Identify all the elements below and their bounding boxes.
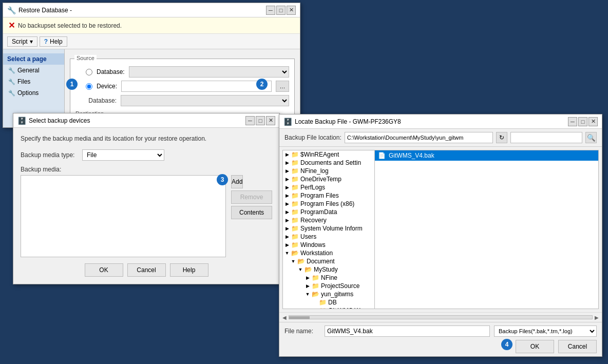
lbf-minimize[interactable]: ─ [568, 117, 577, 126]
bd-close[interactable]: ✕ [266, 116, 275, 125]
lbf-search-button[interactable]: 🔍 [585, 132, 597, 143]
tree-item-yungitwms[interactable]: ▼ 📂 yun_gitwms [283, 290, 374, 298]
lbf-file-pane[interactable]: 📄 GitWMS_V4.bak [375, 150, 599, 309]
folder-icon: 📁 [319, 307, 327, 309]
tree-label: Windows [300, 241, 326, 248]
lbf-title-bar: 🗄️ Locate Backup File - GWM-PF236GY8 ─ □… [279, 114, 602, 129]
tree-item-mystudy[interactable]: ▼ 📂 MyStudy [283, 265, 374, 274]
lbf-refresh-button[interactable]: ↻ [496, 132, 507, 143]
tree-item[interactable]: ▶ 📁 System Volume Inform [283, 224, 374, 233]
contents-button[interactable]: Contents [231, 206, 272, 219]
bd-ok-button[interactable]: OK [85, 263, 123, 277]
tree-toggle: ▶ [284, 184, 290, 190]
bd-footer: OK Cancel Help [21, 263, 272, 277]
tree-item-gitwmsw[interactable]: ▶ 📁 Git.WMS.W [283, 306, 374, 309]
database-radio[interactable] [86, 69, 92, 75]
tree-item-db[interactable]: ▶ 📁 DB [283, 298, 374, 306]
database-select[interactable] [129, 66, 289, 78]
folder-icon: 📁 [312, 274, 319, 281]
bd-help-button[interactable]: Help [170, 263, 208, 277]
tree-toggle: ▶ [284, 225, 290, 232]
bd-cancel-button[interactable]: Cancel [127, 263, 166, 277]
maximize-button[interactable]: □ [276, 6, 286, 15]
tree-item[interactable]: ▶ 📁 ProgramData [283, 208, 374, 216]
tree-item[interactable]: ▶ 📁 Windows [283, 241, 374, 249]
device-radio-label[interactable]: Device: [97, 83, 117, 90]
dest-select[interactable] [121, 95, 289, 106]
tree-item[interactable]: ▶ 📁 OneDriveTemp [283, 175, 374, 183]
scroll-thumb[interactable] [289, 316, 310, 319]
sidebar-item-options[interactable]: 🔧 Options [3, 87, 64, 99]
tree-toggle: ▶ [284, 209, 290, 215]
browse-button[interactable]: … [276, 81, 289, 92]
lbf-filename-label: File name: [284, 328, 320, 335]
tree-item-nfine[interactable]: ▶ 📁 NFine [283, 274, 374, 282]
error-icon: ✕ [8, 21, 15, 30]
device-input[interactable] [121, 81, 272, 92]
lbf-tree[interactable]: ▶ 📁 $WinREAgent ▶ 📁 Documents and Settin… [282, 150, 375, 309]
tree-item[interactable]: ▶ 📁 Recovery [283, 216, 374, 224]
lbf-scroll-area: ◀ ▶ [279, 312, 602, 322]
tree-label: MyStudy [314, 266, 338, 273]
close-button[interactable]: ✕ [287, 6, 296, 15]
bd-minimize[interactable]: ─ [245, 116, 255, 125]
scroll-left-arrow[interactable]: ◀ [282, 315, 287, 320]
tree-item[interactable]: ▶ 📁 Documents and Settin [283, 159, 374, 167]
tree-item-workstation[interactable]: ▼ 📂 Workstation [283, 249, 374, 257]
add-button[interactable]: Add [231, 175, 243, 188]
options-label: Options [17, 89, 39, 97]
tree-item-document[interactable]: ▼ 📂 Document [283, 257, 374, 265]
help-label: Help [50, 38, 63, 45]
lbf-footer: File name: Backup Files(*.bak,*.trn,*.lo… [279, 322, 602, 356]
minimize-button[interactable]: ─ [266, 6, 275, 15]
tree-toggle: ▶ [312, 308, 318, 309]
bd-title-bar: 🗄️ Select backup devices ─ □ ✕ [13, 113, 279, 128]
tree-item[interactable]: ▶ 📁 PerfLogs [283, 183, 374, 191]
database-source-row: Database: [75, 66, 289, 78]
remove-button[interactable]: Remove [231, 190, 272, 204]
lbf-controls: ─ □ ✕ [568, 117, 598, 126]
device-radio[interactable] [86, 83, 92, 90]
badge-3: 3 [217, 174, 228, 185]
tree-item[interactable]: ▶ 📁 Program Files [283, 191, 374, 200]
media-type-select[interactable]: File [82, 149, 164, 161]
sidebar-item-general[interactable]: 🔧 General [3, 65, 64, 76]
tree-item[interactable]: ▶ 📁 NFine_log [283, 167, 374, 175]
lbf-cancel-button[interactable]: Cancel [558, 340, 597, 353]
horizontal-scrollbar[interactable]: ◀ ▶ [282, 314, 599, 321]
bd-maximize[interactable]: □ [256, 116, 265, 125]
media-type-label: Backup media type: [21, 151, 77, 159]
folder-icon: 📁 [291, 192, 299, 199]
files-label: Files [17, 78, 30, 85]
tree-item[interactable]: ▶ 📁 Program Files (x86) [283, 200, 374, 208]
lbf-maximize[interactable]: □ [578, 117, 587, 126]
folder-icon: 📁 [312, 282, 319, 290]
tree-label: System Volume Inform [300, 225, 363, 232]
bd-title: Select backup devices [29, 117, 90, 124]
lbf-location-input[interactable] [345, 132, 493, 143]
locate-backup-window: 🗄️ Locate Backup File - GWM-PF236GY8 ─ □… [279, 114, 602, 357]
tree-item-projectsource[interactable]: ▶ 📁 ProjectSource [283, 282, 374, 290]
file-item-selected[interactable]: 📄 GitWMS_V4.bak [375, 150, 598, 161]
lbf-filetype-select[interactable]: Backup Files(*.bak,*.trn,*.log) [494, 325, 597, 337]
tree-label: Workstation [300, 250, 333, 257]
tree-label: Program Files (x86) [300, 200, 354, 207]
folder-icon: 📁 [291, 159, 299, 166]
sidebar-item-files[interactable]: 🔧 Files [3, 76, 64, 87]
script-button[interactable]: Script ▾ [7, 36, 37, 47]
help-button[interactable]: ? Help [40, 36, 67, 47]
scroll-right-arrow[interactable]: ▶ [595, 315, 599, 320]
database-radio-label[interactable]: Database: [97, 68, 125, 75]
tree-item[interactable]: ▶ 📁 Users [283, 233, 374, 241]
lbf-close[interactable]: ✕ [588, 117, 598, 126]
tree-toggle: ▶ [284, 160, 290, 166]
lbf-title: Locate Backup File - GWM-PF236GY8 [295, 118, 401, 125]
script-label: Script [12, 38, 28, 45]
tree-toggle: ▶ [284, 242, 290, 248]
lbf-search-input[interactable] [510, 132, 582, 143]
lbf-filename-input[interactable] [325, 325, 490, 337]
tree-item[interactable]: ▶ 📁 $WinREAgent [283, 150, 374, 159]
tree-label: PerfLogs [300, 184, 325, 191]
general-icon: 🔧 [8, 67, 15, 74]
lbf-ok-button[interactable]: OK [516, 340, 554, 353]
